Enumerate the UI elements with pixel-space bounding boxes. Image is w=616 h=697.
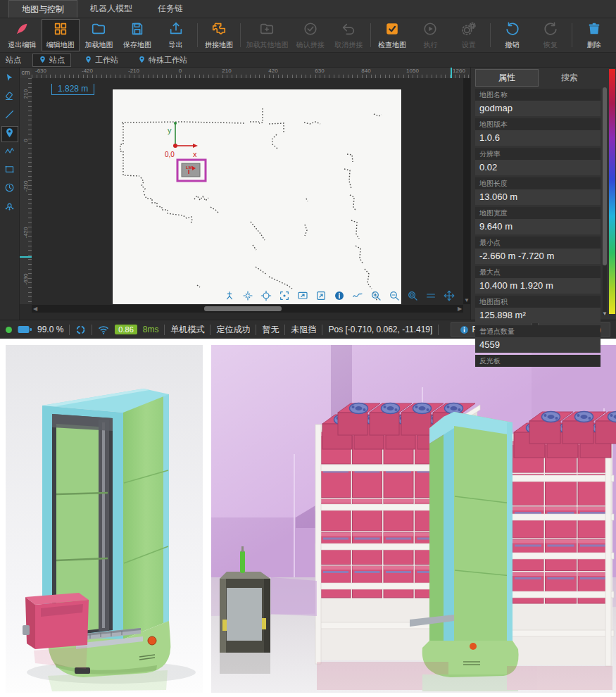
panel-tab-1[interactable]: 搜索	[539, 69, 601, 87]
field-label: 分辨率	[475, 148, 601, 160]
station-tool[interactable]	[1, 126, 18, 142]
field-value[interactable]: 9.640 m	[475, 219, 601, 234]
v-ruler-tick-label: 210	[23, 89, 29, 99]
robot-tag-label: LM	[186, 165, 192, 170]
measure-icon[interactable]	[425, 289, 436, 301]
lidar-wall-segment	[120, 123, 139, 176]
status-mode-1: 定位成功	[216, 324, 250, 336]
panel-scrollbar[interactable]: ▼	[603, 87, 607, 315]
panel-scroll-thumb[interactable]	[603, 87, 607, 265]
folder-button[interactable]: 加载地图	[80, 19, 118, 51]
canvas-tool-row	[223, 289, 455, 301]
scene-robot-front	[454, 412, 513, 649]
localization-score-badge: 0.86	[115, 325, 137, 334]
quill-button[interactable]: 退出编辑	[3, 19, 42, 51]
export-icon	[168, 21, 184, 39]
field-value[interactable]: 1.0.6	[475, 130, 601, 146]
status-separator	[256, 325, 256, 335]
purple-table	[271, 577, 317, 616]
robot-selection-box[interactable]: LM	[177, 160, 206, 181]
lidar-wall-segment	[251, 222, 265, 240]
horizontal-ruler: -630-420-210021042063084010501260	[32, 68, 470, 78]
field-value[interactable]: 0.02	[475, 160, 601, 175]
scan-frame-icon[interactable]	[278, 289, 290, 301]
h-ruler-tick-label: 630	[315, 68, 324, 74]
grid-button[interactable]: 编辑地图	[42, 19, 80, 51]
tab-1[interactable]: 机器人模型	[77, 0, 145, 18]
toolbar-separator	[490, 23, 491, 47]
lidar-map-canvas[interactable]: y 0,0 x LM	[113, 89, 401, 304]
lidar-map-drawing: y 0,0 x LM	[113, 89, 401, 304]
lidar-wall-segment	[122, 122, 244, 123]
save-button[interactable]: 保存地图	[118, 19, 157, 51]
info-icon[interactable]	[333, 289, 345, 301]
pan-icon[interactable]	[443, 289, 455, 301]
status-mode-0: 单机模式	[170, 324, 204, 336]
locate-icon[interactable]	[260, 289, 272, 301]
path-tool[interactable]	[1, 144, 18, 161]
redoround-button: 恢复	[532, 19, 570, 51]
node-tool[interactable]	[1, 199, 18, 215]
left-product-render	[6, 345, 203, 693]
station-type-0[interactable]: 站点	[32, 54, 71, 67]
h-ruler-tick-label: -210	[128, 68, 139, 74]
status-separator	[210, 325, 210, 335]
checkcircle-button: 确认拼接	[291, 19, 330, 51]
map-pin-icon	[84, 55, 92, 65]
property-fields: 地图名称godmap地图版本1.0.6分辨率0.02地图长度13.060 m地图…	[475, 89, 601, 367]
v-ruler-tick-label: 0	[23, 136, 29, 146]
rect-icon	[4, 164, 15, 177]
field-value[interactable]: 10.400 m 1.920 m	[475, 278, 601, 294]
pin-icon	[4, 127, 15, 141]
image-export-icon[interactable]	[315, 289, 327, 301]
field-value[interactable]: 125.898 m²	[475, 308, 601, 323]
select-tool[interactable]	[1, 71, 18, 87]
undoflat-button: 取消拼接	[329, 19, 368, 51]
robokit-app-window: 地图与控制机器人模型任务链 退出编辑编辑地图加载地图保存地图导出拼接地图加载其他…	[0, 0, 616, 339]
checkcircle-icon	[303, 21, 318, 39]
eraser-tool[interactable]	[1, 89, 18, 106]
screen-share-icon[interactable]	[296, 289, 308, 301]
region-tool[interactable]	[1, 163, 18, 179]
zoom-out-icon[interactable]	[388, 289, 400, 301]
zoom-in-icon[interactable]	[370, 289, 382, 301]
v-ruler-tick-label: -630	[23, 275, 29, 285]
line-tool[interactable]	[1, 108, 18, 124]
undoround-button[interactable]: 撤销	[493, 19, 532, 51]
status-separator	[92, 325, 92, 335]
export-button[interactable]: 导出	[156, 19, 195, 51]
scroll-left-arrow[interactable]: ◀	[32, 305, 39, 313]
field-value[interactable]: godmap	[475, 101, 601, 116]
zoom-area-icon[interactable]	[406, 289, 418, 301]
horizontal-scrollbar[interactable]: ◀ ▶	[32, 305, 463, 313]
h-ruler-tick-label: -630	[35, 68, 46, 74]
robot-axes-icon[interactable]	[223, 289, 235, 301]
panel-tab-0[interactable]: 属性	[475, 69, 539, 87]
lidar-wall-segment	[253, 245, 256, 250]
trash-button[interactable]: 删除	[574, 19, 613, 51]
lidar-wall-segment	[194, 196, 208, 201]
station-type-2[interactable]: 特殊工作站	[132, 54, 194, 67]
map-viewport[interactable]: 1.828 m y 0,0 x LM	[32, 78, 463, 304]
tab-2[interactable]: 任务链	[145, 0, 196, 18]
crosshair-split-icon[interactable]	[241, 289, 253, 301]
lidar-wall-segment	[197, 285, 200, 287]
curve-icon[interactable]	[351, 289, 363, 301]
right-rack	[505, 412, 616, 667]
rotate-tool[interactable]	[1, 181, 18, 197]
puzzle-button[interactable]: 拼接地图	[200, 19, 239, 51]
scroll-down-arrow[interactable]: ▼	[463, 297, 470, 304]
panel-tabs: 属性搜索	[475, 69, 601, 87]
tab-0[interactable]: 地图与控制	[8, 0, 77, 18]
scroll-right-arrow[interactable]: ▶	[456, 305, 463, 313]
save-icon	[130, 21, 145, 39]
station-type-1[interactable]: 工作站	[78, 54, 125, 67]
horizontal-scroll-thumb[interactable]	[204, 306, 282, 311]
field-value[interactable]: 13.060 m	[475, 189, 601, 205]
panel-scroll-down-arrow[interactable]: ▼	[602, 310, 608, 317]
vertical-scrollbar[interactable]: ▼	[463, 78, 470, 304]
field-value[interactable]: 4559	[475, 337, 601, 353]
checkbox-button[interactable]: 检查地图	[373, 19, 412, 51]
field-value[interactable]: -2.660 m -7.720 m	[475, 249, 601, 264]
field-label: 地图长度	[475, 177, 601, 189]
